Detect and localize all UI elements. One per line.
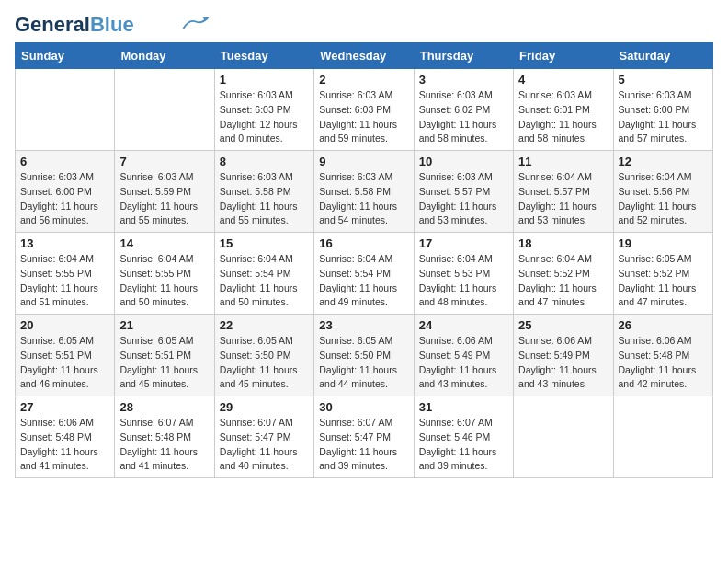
day-info: Sunrise: 6:04 AM Sunset: 5:56 PM Dayligh… (619, 170, 708, 228)
day-number: 21 (119, 318, 209, 332)
day-number: 8 (220, 155, 309, 168)
day-info: Sunrise: 6:03 AM Sunset: 6:03 PM Dayligh… (319, 88, 408, 146)
day-number: 27 (20, 400, 109, 414)
day-number: 14 (119, 236, 209, 250)
calendar-cell (115, 69, 214, 151)
calendar-cell: 25Sunrise: 6:06 AM Sunset: 5:49 PM Dayli… (514, 315, 613, 396)
calendar-cell: 27Sunrise: 6:06 AM Sunset: 5:48 PM Dayli… (16, 396, 115, 478)
day-info: Sunrise: 6:03 AM Sunset: 6:01 PM Dayligh… (518, 88, 608, 146)
day-number: 11 (518, 155, 608, 168)
calendar-cell: 3Sunrise: 6:03 AM Sunset: 6:02 PM Daylig… (414, 69, 513, 151)
day-number: 18 (518, 236, 608, 250)
week-row-4: 20Sunrise: 6:05 AM Sunset: 5:51 PM Dayli… (16, 315, 713, 396)
day-number: 26 (619, 318, 708, 332)
calendar-cell: 31Sunrise: 6:07 AM Sunset: 5:46 PM Dayli… (414, 396, 513, 478)
day-number: 2 (319, 73, 408, 86)
day-info: Sunrise: 6:04 AM Sunset: 5:54 PM Dayligh… (319, 252, 408, 310)
day-info: Sunrise: 6:06 AM Sunset: 5:49 PM Dayligh… (518, 334, 608, 392)
weekday-header-wednesday: Wednesday (314, 43, 414, 69)
day-number: 3 (419, 73, 508, 86)
logo-bird-icon (182, 15, 210, 31)
day-info: Sunrise: 6:03 AM Sunset: 6:02 PM Dayligh… (419, 88, 508, 146)
weekday-header-monday: Monday (115, 43, 214, 69)
calendar-cell: 29Sunrise: 6:07 AM Sunset: 5:47 PM Dayli… (214, 396, 313, 478)
calendar-cell: 2Sunrise: 6:03 AM Sunset: 6:03 PM Daylig… (314, 69, 414, 151)
calendar-cell: 14Sunrise: 6:04 AM Sunset: 5:55 PM Dayli… (115, 233, 214, 315)
day-info: Sunrise: 6:03 AM Sunset: 5:58 PM Dayligh… (319, 170, 408, 228)
calendar-cell: 17Sunrise: 6:04 AM Sunset: 5:53 PM Dayli… (414, 233, 513, 315)
weekday-header-saturday: Saturday (613, 43, 712, 69)
day-info: Sunrise: 6:04 AM Sunset: 5:52 PM Dayligh… (518, 252, 608, 310)
day-info: Sunrise: 6:07 AM Sunset: 5:46 PM Dayligh… (419, 416, 508, 474)
day-number: 15 (220, 236, 309, 250)
calendar-cell: 20Sunrise: 6:05 AM Sunset: 5:51 PM Dayli… (16, 315, 115, 396)
weekday-header-friday: Friday (514, 43, 613, 69)
day-number: 31 (419, 400, 508, 414)
calendar-cell: 12Sunrise: 6:04 AM Sunset: 5:56 PM Dayli… (613, 151, 712, 233)
calendar-cell: 24Sunrise: 6:06 AM Sunset: 5:49 PM Dayli… (414, 315, 513, 396)
weekday-header-thursday: Thursday (414, 43, 513, 69)
day-number: 13 (20, 236, 109, 250)
calendar-cell: 21Sunrise: 6:05 AM Sunset: 5:51 PM Dayli… (115, 315, 214, 396)
day-number: 17 (419, 236, 508, 250)
calendar-cell: 23Sunrise: 6:05 AM Sunset: 5:50 PM Dayli… (314, 315, 414, 396)
week-row-2: 6Sunrise: 6:03 AM Sunset: 6:00 PM Daylig… (16, 151, 713, 233)
calendar-cell: 6Sunrise: 6:03 AM Sunset: 6:00 PM Daylig… (16, 151, 115, 233)
day-number: 12 (619, 155, 708, 168)
day-info: Sunrise: 6:05 AM Sunset: 5:52 PM Dayligh… (619, 252, 708, 310)
calendar-cell: 9Sunrise: 6:03 AM Sunset: 5:58 PM Daylig… (314, 151, 414, 233)
day-info: Sunrise: 6:05 AM Sunset: 5:51 PM Dayligh… (20, 334, 109, 392)
day-number: 7 (119, 155, 209, 168)
calendar-cell: 7Sunrise: 6:03 AM Sunset: 5:59 PM Daylig… (115, 151, 214, 233)
day-info: Sunrise: 6:04 AM Sunset: 5:54 PM Dayligh… (220, 252, 309, 310)
week-row-3: 13Sunrise: 6:04 AM Sunset: 5:55 PM Dayli… (16, 233, 713, 315)
calendar-body: 1Sunrise: 6:03 AM Sunset: 6:03 PM Daylig… (16, 69, 713, 478)
day-info: Sunrise: 6:03 AM Sunset: 5:58 PM Dayligh… (220, 170, 309, 228)
day-info: Sunrise: 6:03 AM Sunset: 5:59 PM Dayligh… (119, 170, 209, 228)
day-info: Sunrise: 6:06 AM Sunset: 5:48 PM Dayligh… (20, 416, 109, 474)
day-number: 28 (119, 400, 209, 414)
day-number: 4 (518, 73, 608, 86)
calendar-cell (613, 396, 712, 478)
day-number: 24 (419, 318, 508, 332)
calendar-cell (514, 396, 613, 478)
day-number: 19 (619, 236, 708, 250)
calendar-cell: 28Sunrise: 6:07 AM Sunset: 5:48 PM Dayli… (115, 396, 214, 478)
day-info: Sunrise: 6:03 AM Sunset: 6:00 PM Dayligh… (20, 170, 109, 228)
day-number: 29 (220, 400, 309, 414)
day-number: 1 (220, 73, 309, 86)
day-info: Sunrise: 6:06 AM Sunset: 5:48 PM Dayligh… (619, 334, 708, 392)
day-number: 10 (419, 155, 508, 168)
day-number: 16 (319, 236, 408, 250)
day-info: Sunrise: 6:04 AM Sunset: 5:57 PM Dayligh… (518, 170, 608, 228)
day-info: Sunrise: 6:05 AM Sunset: 5:50 PM Dayligh… (220, 334, 309, 392)
calendar-cell: 16Sunrise: 6:04 AM Sunset: 5:54 PM Dayli… (314, 233, 414, 315)
calendar-cell: 4Sunrise: 6:03 AM Sunset: 6:01 PM Daylig… (514, 69, 613, 151)
calendar-cell: 13Sunrise: 6:04 AM Sunset: 5:55 PM Dayli… (16, 233, 115, 315)
day-info: Sunrise: 6:03 AM Sunset: 6:00 PM Dayligh… (619, 88, 708, 146)
calendar-cell (16, 69, 115, 151)
day-info: Sunrise: 6:07 AM Sunset: 5:47 PM Dayligh… (220, 416, 309, 474)
calendar-table: SundayMondayTuesdayWednesdayThursdayFrid… (15, 42, 713, 478)
weekday-header-tuesday: Tuesday (214, 43, 313, 69)
day-number: 20 (20, 318, 109, 332)
header: GeneralBlue (15, 15, 713, 35)
day-number: 5 (619, 73, 708, 86)
day-info: Sunrise: 6:03 AM Sunset: 6:03 PM Dayligh… (220, 88, 309, 146)
weekday-header-row: SundayMondayTuesdayWednesdayThursdayFrid… (16, 43, 713, 69)
day-number: 25 (518, 318, 608, 332)
day-info: Sunrise: 6:03 AM Sunset: 5:57 PM Dayligh… (419, 170, 508, 228)
calendar-cell: 22Sunrise: 6:05 AM Sunset: 5:50 PM Dayli… (214, 315, 313, 396)
calendar-cell: 30Sunrise: 6:07 AM Sunset: 5:47 PM Dayli… (314, 396, 414, 478)
calendar-cell: 1Sunrise: 6:03 AM Sunset: 6:03 PM Daylig… (214, 69, 313, 151)
logo: GeneralBlue (15, 15, 210, 35)
week-row-1: 1Sunrise: 6:03 AM Sunset: 6:03 PM Daylig… (16, 69, 713, 151)
weekday-header-sunday: Sunday (16, 43, 115, 69)
calendar-cell: 15Sunrise: 6:04 AM Sunset: 5:54 PM Dayli… (214, 233, 313, 315)
day-number: 30 (319, 400, 408, 414)
day-info: Sunrise: 6:04 AM Sunset: 5:53 PM Dayligh… (419, 252, 508, 310)
day-info: Sunrise: 6:07 AM Sunset: 5:47 PM Dayligh… (319, 416, 408, 474)
logo-text: GeneralBlue (15, 15, 134, 35)
day-info: Sunrise: 6:04 AM Sunset: 5:55 PM Dayligh… (119, 252, 209, 310)
calendar-cell: 26Sunrise: 6:06 AM Sunset: 5:48 PM Dayli… (613, 315, 712, 396)
